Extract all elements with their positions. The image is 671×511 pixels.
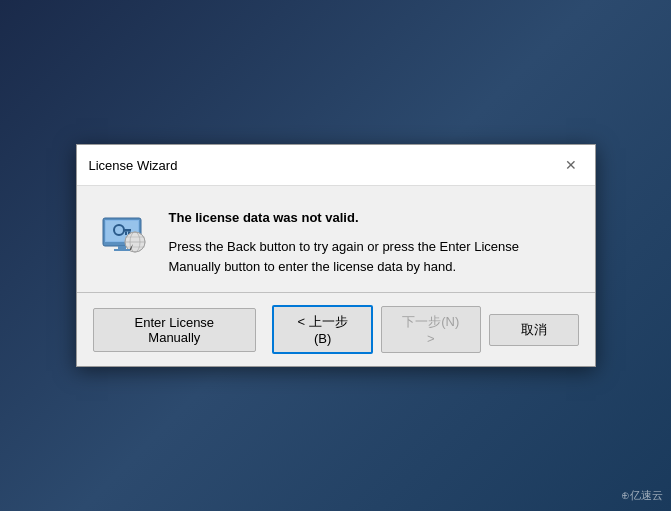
enter-manually-button[interactable]: Enter License Manually bbox=[93, 308, 257, 352]
text-area: The license data was not valid. Press th… bbox=[169, 210, 571, 276]
main-message: The license data was not valid. bbox=[169, 210, 571, 225]
svg-rect-15 bbox=[114, 249, 130, 251]
close-button[interactable]: ✕ bbox=[559, 153, 583, 177]
svg-rect-4 bbox=[123, 229, 131, 232]
next-button[interactable]: 下一步(N) > bbox=[381, 306, 481, 353]
svg-rect-14 bbox=[118, 246, 126, 249]
svg-rect-6 bbox=[125, 232, 127, 236]
detail-message: Press the Back button to try again or pr… bbox=[169, 237, 571, 276]
dialog-title: License Wizard bbox=[89, 158, 178, 173]
dialog-window: License Wizard ✕ bbox=[76, 144, 596, 367]
cancel-button[interactable]: 取消 bbox=[489, 314, 579, 346]
button-bar: Enter License Manually < 上一步(B) 下一步(N) >… bbox=[77, 293, 595, 366]
license-wizard-icon bbox=[101, 212, 149, 260]
icon-area bbox=[101, 210, 153, 262]
content-area: The license data was not valid. Press th… bbox=[77, 186, 595, 292]
back-button[interactable]: < 上一步(B) bbox=[272, 305, 373, 354]
title-bar: License Wizard ✕ bbox=[77, 145, 595, 186]
watermark-text: ⊕亿速云 bbox=[621, 488, 663, 503]
